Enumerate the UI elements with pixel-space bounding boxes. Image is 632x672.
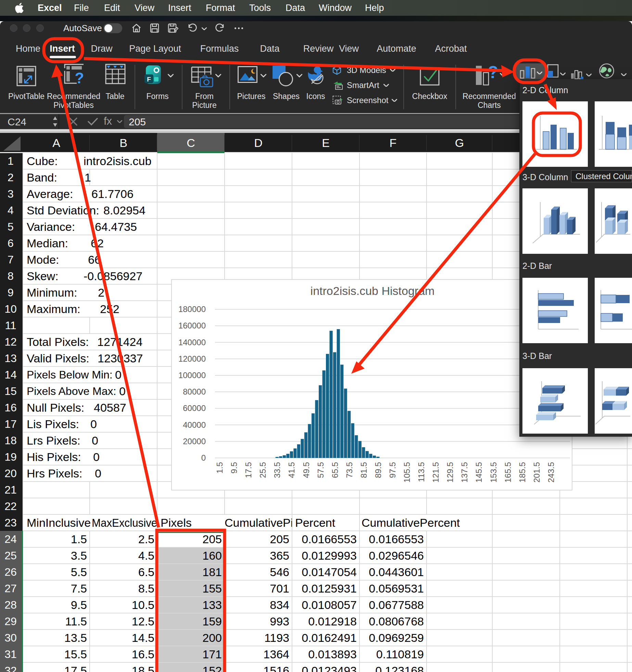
svg-text:243.5: 243.5 <box>546 462 556 483</box>
svg-text:57.5: 57.5 <box>316 462 325 478</box>
svg-text:?: ? <box>488 64 498 82</box>
svg-text:9.5: 9.5 <box>229 462 239 473</box>
svg-text:97.5: 97.5 <box>388 462 397 478</box>
svg-text:80000: 80000 <box>183 387 206 396</box>
svg-text:20000: 20000 <box>183 437 206 446</box>
svg-text:60000: 60000 <box>183 403 206 413</box>
svg-text:153.5: 153.5 <box>489 462 498 483</box>
svg-text:intro2isis.cub Histogram: intro2isis.cub Histogram <box>311 284 435 297</box>
svg-text:185.5: 185.5 <box>518 462 527 483</box>
svg-text:1.5: 1.5 <box>215 462 224 473</box>
svg-text:40000: 40000 <box>183 420 206 430</box>
svg-text:145.5: 145.5 <box>474 462 483 483</box>
svg-text:201.5: 201.5 <box>532 462 541 483</box>
svg-text:180000: 180000 <box>178 304 206 314</box>
svg-text:0: 0 <box>201 453 206 462</box>
svg-text:65.5: 65.5 <box>330 462 340 478</box>
svg-text:F: F <box>147 76 151 83</box>
svg-text:17.5: 17.5 <box>244 462 253 478</box>
svg-text:25.5: 25.5 <box>258 462 267 478</box>
svg-text:33.5: 33.5 <box>273 462 282 478</box>
svg-text:113.5: 113.5 <box>417 462 426 482</box>
svg-text:120000: 120000 <box>178 354 206 363</box>
svg-text:49.5: 49.5 <box>302 462 311 478</box>
svg-text:105.5: 105.5 <box>402 462 412 483</box>
svg-text:89.5: 89.5 <box>374 462 383 478</box>
svg-text:41.5: 41.5 <box>287 462 296 478</box>
svg-text:73.5: 73.5 <box>345 462 354 478</box>
svg-text:100000: 100000 <box>178 371 206 380</box>
svg-text:137.5: 137.5 <box>460 462 469 483</box>
svg-text:81.5: 81.5 <box>359 462 368 478</box>
svg-text:129.5: 129.5 <box>445 462 455 483</box>
svg-text:121.5: 121.5 <box>431 462 440 483</box>
svg-text:160000: 160000 <box>178 321 206 330</box>
svg-text:140000: 140000 <box>178 338 206 347</box>
svg-text:?: ? <box>75 70 84 85</box>
svg-text:165.5: 165.5 <box>503 462 513 483</box>
